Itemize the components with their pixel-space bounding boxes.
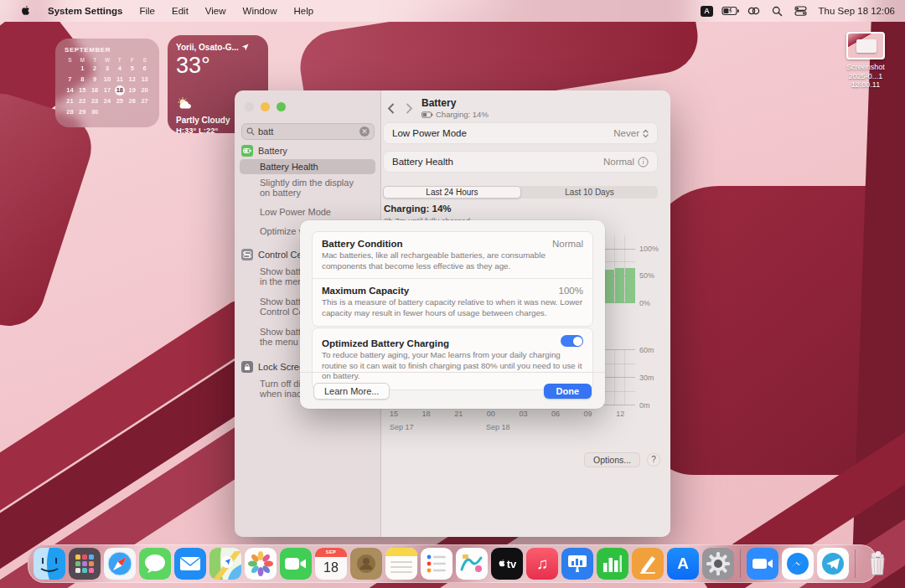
sidebar-item-battery-health[interactable]: Battery Health [240,159,375,174]
dock-icon-apple-tv[interactable]: tv [491,548,523,580]
menu-edit[interactable]: Edit [163,0,197,22]
dock-icon-safari[interactable] [104,548,136,580]
optimized-charging-toggle[interactable] [561,335,583,347]
help-button[interactable]: ? [647,453,660,467]
dock-icon-contacts[interactable] [350,548,382,580]
dock-icon-reminders[interactable] [421,548,452,580]
clear-search-icon[interactable]: ✕ [359,126,370,137]
partly-cloudy-icon [176,97,196,111]
tab-last-24-hours[interactable]: Last 24 Hours [383,186,521,199]
calendar-day-header: F [126,57,138,63]
menu-view[interactable]: View [197,0,235,22]
row-label: Low Power Mode [392,128,467,138]
dock-icon-messages[interactable] [139,548,171,580]
dock-icon-numbers[interactable] [597,548,628,580]
dock-icon-maps[interactable] [209,548,241,580]
calendar-day: 14 [64,85,76,95]
dock-icon-music[interactable]: ♫ [526,548,558,580]
dock-icon-notes[interactable] [385,548,417,580]
condition-capacity-card: Battery Condition Normal Mac batteries, … [312,231,593,327]
battery-condition-title: Battery Condition [322,239,402,249]
menu-help[interactable]: Help [285,0,322,22]
sidebar-search-field[interactable]: ✕ [241,123,375,140]
calendar-day [64,64,76,74]
dock-icon-photos[interactable] [245,548,277,580]
calendar-day [126,107,138,117]
dock-icon-calendar[interactable]: SEP 18 [315,548,347,580]
dock-icon-telegram[interactable] [817,548,849,580]
close-button[interactable] [245,102,254,111]
calendar-day: 17 [101,85,114,95]
calendar-day: 16 [89,85,101,95]
battery-health-row: Battery Health Normal i [383,151,658,173]
battery-app-icon [241,145,253,157]
battery-status-menu[interactable] [721,4,740,18]
dock-icon-trash[interactable] [861,548,893,580]
dock-icon-facetime[interactable] [280,548,312,580]
battery-health-value: Normal [603,157,634,167]
maximum-capacity-title: Maximum Capacity [322,286,409,296]
sidebar-item-dim-display[interactable]: Slightly dim the display on battery [235,174,380,201]
calendar-icon-day: 18 [315,557,347,580]
dock-separator [855,549,856,578]
y-tick-50: 50% [639,271,654,280]
date-label-sep17: Sep 17 [390,423,414,431]
y-tick-100: 100% [639,245,659,253]
sidebar-item-battery[interactable]: Battery [235,142,380,159]
dock-icon-zoom[interactable] [747,548,778,580]
dock-icon-launchpad[interactable] [69,548,101,580]
dock-icon-pages[interactable] [632,548,664,580]
link-status-menu[interactable] [745,4,763,18]
calendar-day: 13 [138,75,151,85]
options-button[interactable]: Options... [584,452,640,467]
calendar-widget[interactable]: SEPTEMBER SMTWTFS12345678910111213141516… [55,39,159,127]
forward-button[interactable] [400,99,418,117]
battery-level-bar [604,270,614,303]
maximum-capacity-value: 100% [559,286,583,296]
music-note-glyph: ♫ [536,554,548,573]
search-icon [772,6,783,17]
search-input[interactable] [258,126,349,137]
input-source-menu[interactable]: A [698,4,716,18]
dock-icon-finder[interactable] [34,548,65,580]
menu-app-name[interactable]: System Settings [39,0,131,22]
back-button[interactable] [381,99,400,117]
zoom-button[interactable] [277,102,286,111]
weather-location: Yorii, Osato-G... [176,43,239,52]
battery-level-bar [615,268,625,303]
dock-icon-system-settings[interactable] [702,548,734,580]
calendar-day: 15 [76,85,89,95]
dock-icon-freeform[interactable] [456,548,488,580]
menu-clock[interactable]: Thu Sep 18 12:06 [815,6,895,16]
spotlight-menu[interactable] [768,4,787,18]
battery-small-icon [421,111,433,118]
done-button[interactable]: Done [544,384,592,399]
calendar-day: 5 [126,64,138,74]
sidebar-item-low-power-mode[interactable]: Low Power Mode [235,204,380,220]
info-icon[interactable]: i [638,157,649,168]
learn-more-button[interactable]: Learn More... [313,383,390,400]
minimize-button[interactable] [261,102,270,111]
tab-last-10-days[interactable]: Last 10 Days [521,186,658,199]
menu-window[interactable]: Window [235,0,286,22]
battery-level-bar [625,268,635,303]
dock-icon-mail[interactable] [174,548,206,580]
calendar-day: 27 [138,96,151,106]
time-range-tabs: Last 24 Hours Last 10 Days [383,186,658,199]
tv-label: tv [507,558,517,570]
control-center-menu[interactable] [792,4,810,18]
dock-icon-keynote[interactable] [561,548,593,580]
calendar-day: 24 [101,96,114,106]
low-power-mode-select[interactable]: Never [613,128,649,138]
dock-icon-app-store[interactable]: A [667,548,699,580]
calendar-day [101,107,114,117]
calendar-day: 29 [76,107,89,117]
menu-file[interactable]: File [131,0,163,22]
dock-icon-messenger[interactable] [782,548,814,580]
appstore-glyph: A [677,554,689,573]
apple-menu[interactable] [12,0,39,22]
calendar-day: 23 [89,96,101,106]
screenshot-desktop-icon[interactable]: Screenshot 2025-0...1 12.00.11 [841,32,890,90]
chevron-right-icon [406,103,413,114]
lock-screen-app-icon [241,361,253,373]
